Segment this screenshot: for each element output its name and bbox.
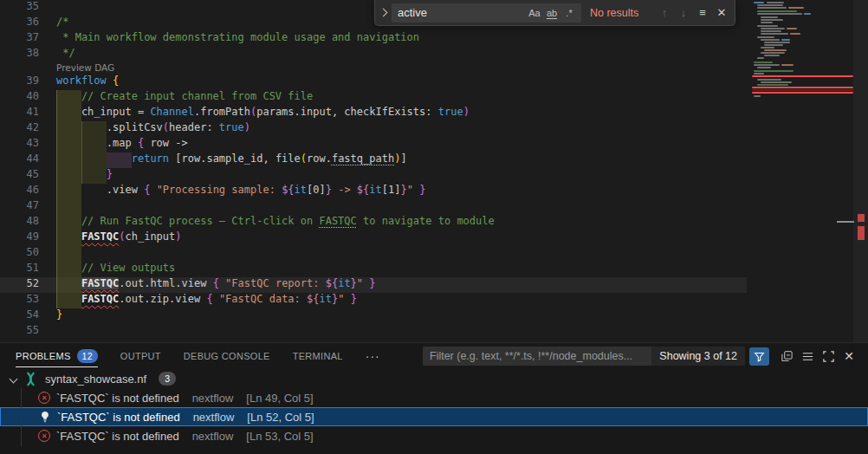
minimap-code-line (757, 79, 781, 81)
code-editor[interactable]: 3536/*37 * Main workflow demonstrating m… (0, 0, 868, 342)
line-content[interactable]: // Create input channel from CSV file (52, 90, 313, 106)
minimap-code-line (754, 70, 794, 72)
problems-filter-input[interactable]: Filter (e.g. text, **/*.ts, !**/node_mod… (423, 347, 745, 366)
minimap-code-line (761, 16, 778, 18)
line-content[interactable] (52, 199, 56, 215)
code-line-50[interactable]: 50 (0, 246, 747, 262)
line-content[interactable]: } (52, 168, 113, 184)
code-line-42[interactable]: 42 .splitCsv(header: true) (0, 121, 747, 137)
whole-word-toggle[interactable]: ab (543, 8, 560, 18)
line-number: 37 (0, 31, 52, 47)
line-content[interactable]: // Run FastQC process – Ctrl-click on FA… (52, 215, 495, 230)
code-line-51[interactable]: 51 // View outputs (0, 262, 747, 277)
minimap-code-line (761, 33, 788, 35)
line-content[interactable]: * Main workflow demonstrating module usa… (52, 31, 419, 47)
line-number: 44 (0, 152, 52, 168)
line-content[interactable]: return [row.sample_id, file(row.fastq_pa… (52, 152, 407, 168)
minimap-code-line (761, 22, 773, 23)
code-line-53[interactable]: 53 FASTQC.out.zip.view { "FastQC data: $… (0, 293, 747, 308)
minimap-code-line (761, 52, 785, 54)
editor-lines[interactable]: 3536/*37 * Main workflow demonstrating m… (0, 0, 747, 340)
problem-location: [Ln 49, Col 5] (246, 392, 313, 405)
code-line-41[interactable]: 41 ch_input = Channel.fromPath(params.in… (0, 106, 747, 121)
tree-indent-guide (21, 388, 22, 447)
toggle-replace-button[interactable] (377, 10, 389, 16)
line-number: 46 (0, 184, 52, 199)
line-content[interactable]: .map { row -> (52, 137, 188, 152)
previous-match-button[interactable]: ↑ (655, 6, 674, 19)
line-content[interactable] (52, 324, 56, 340)
more-tabs-button[interactable]: ··· (366, 349, 380, 363)
line-number: 45 (0, 168, 52, 184)
line-content[interactable]: // View outputs (52, 262, 175, 277)
line-content[interactable]: workflow { (52, 75, 119, 90)
line-content[interactable]: FASTQC(ch_input) (52, 230, 182, 246)
minimap-code-line (790, 33, 800, 35)
line-number: 38 (0, 47, 52, 62)
find-in-selection-button[interactable]: ≡ (693, 6, 712, 19)
code-line-37[interactable]: 37 * Main workflow demonstrating module … (0, 31, 747, 47)
find-query-text[interactable]: active (398, 6, 526, 19)
code-line-49[interactable]: 49 FASTQC(ch_input) (0, 230, 747, 246)
line-number: 41 (0, 106, 52, 121)
line-number: 43 (0, 137, 52, 152)
line-content[interactable]: FASTQC.out.html.view { "FastQC report: $… (52, 277, 376, 293)
line-content[interactable]: FASTQC.out.zip.view { "FastQC data: ${it… (52, 293, 357, 308)
minimap-code-line (754, 62, 773, 63)
close-panel-button[interactable]: ✕ (839, 347, 859, 366)
codelens-preview-dag[interactable]: Preview DAG (0, 62, 747, 75)
match-case-toggle[interactable]: Aa (526, 8, 543, 18)
problem-source: nextflow (192, 430, 234, 443)
problem-location: [Ln 52, Col 5] (247, 411, 314, 424)
close-find-button[interactable]: ✕ (712, 6, 731, 19)
line-content[interactable]: /* (52, 16, 68, 31)
problem-row[interactable]: ✕`FASTQC` is not definednextflow[Ln 49, … (0, 388, 868, 407)
line-content[interactable] (52, 0, 56, 16)
panel-tab-debug-console[interactable]: DEBUG CONSOLE (184, 343, 270, 369)
problems-file-row[interactable]: syntax_showcase.nf 3 (0, 369, 868, 388)
line-content[interactable]: */ (52, 47, 75, 62)
minimap-code-line (754, 2, 764, 3)
minimap[interactable] (752, 0, 853, 342)
panel-tab-output[interactable]: OUTPUT (120, 343, 161, 369)
overview-error-marker (858, 226, 865, 240)
line-content[interactable]: .view { "Processing sample: ${it[0]} -> … (52, 184, 425, 199)
minimap-code-line (761, 28, 785, 29)
code-line-43[interactable]: 43 .map { row -> (0, 137, 747, 152)
code-line-48[interactable]: 48 // Run FastQC process – Ctrl-click on… (0, 215, 747, 230)
line-content[interactable] (52, 246, 56, 262)
line-content[interactable]: ch_input = Channel.fromPath(params.input… (52, 106, 470, 121)
code-line-52[interactable]: 52 FASTQC.out.html.view { "FastQC report… (0, 277, 747, 293)
find-input[interactable]: active Aa ab .* (392, 3, 581, 23)
code-line-46[interactable]: 46 .view { "Processing sample: ${it[0]} … (0, 184, 747, 199)
view-as-table-button[interactable] (797, 347, 818, 366)
problem-row[interactable]: ✕`FASTQC` is not definednextflow[Ln 53, … (0, 426, 868, 445)
panel-tab-problems[interactable]: PROBLEMS12 (16, 343, 98, 369)
code-line-44[interactable]: 44 return [row.sample_id, file(row.fastq… (0, 152, 747, 168)
line-number: 42 (0, 121, 52, 137)
code-line-45[interactable]: 45 } (0, 168, 747, 184)
editor-scrollbar[interactable] (853, 0, 868, 342)
problem-row[interactable]: `FASTQC` is not definednextflow[Ln 52, C… (0, 407, 868, 426)
next-match-button[interactable]: ↓ (674, 6, 693, 19)
code-line-39[interactable]: 39workflow { (0, 75, 747, 90)
code-line-55[interactable]: 55 (0, 324, 747, 340)
collapse-all-button[interactable] (776, 347, 797, 366)
problem-message: `FASTQC` is not defined (57, 411, 180, 424)
line-content[interactable]: } (52, 308, 62, 324)
code-line-47[interactable]: 47 (0, 199, 747, 215)
minimap-code-line (757, 25, 778, 27)
code-line-40[interactable]: 40 // Create input channel from CSV file (0, 90, 747, 106)
list-icon (801, 350, 814, 363)
filter-button[interactable] (749, 347, 769, 366)
nextflow-file-icon (23, 372, 38, 386)
minimap-code-line (788, 7, 804, 9)
code-line-38[interactable]: 38 */ (0, 47, 747, 62)
code-line-54[interactable]: 54} (0, 308, 747, 324)
regex-toggle[interactable]: .* (560, 8, 578, 18)
minimap-error-line (752, 92, 853, 94)
panel-tab-terminal[interactable]: TERMINAL (293, 343, 343, 369)
minimap-code-line (781, 64, 794, 66)
line-content[interactable]: .splitCsv(header: true) (52, 121, 250, 137)
maximize-panel-button[interactable] (818, 347, 839, 366)
